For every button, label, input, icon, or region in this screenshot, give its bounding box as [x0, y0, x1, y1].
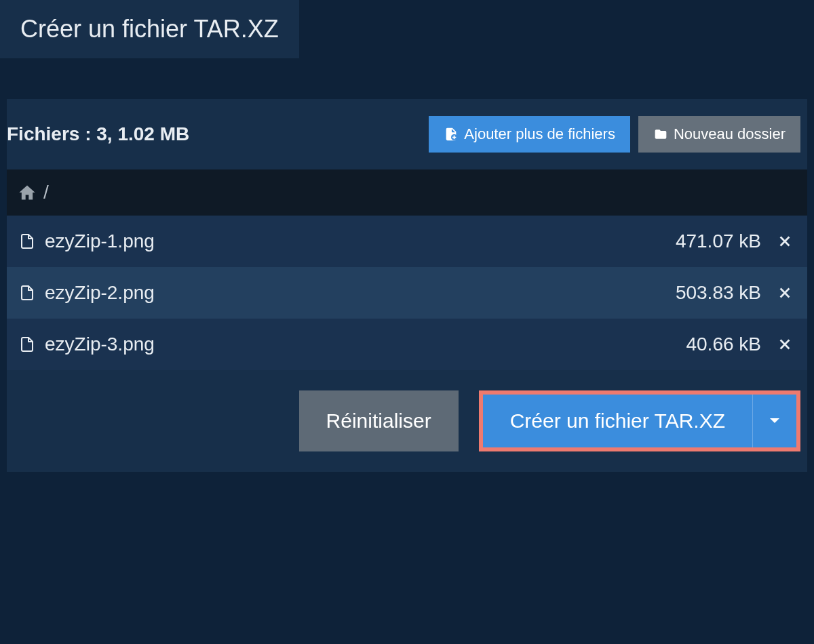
file-row: ezyZip-1.png 471.07 kB: [7, 216, 807, 267]
create-dropdown-toggle[interactable]: [752, 395, 796, 447]
caret-down-icon: [769, 418, 780, 424]
folder-icon: [653, 127, 668, 141]
header-buttons: Ajouter plus de fichiers Nouveau dossier: [429, 116, 800, 153]
file-size: 471.07 kB: [676, 230, 761, 252]
page-title: Créer un fichier TAR.XZ: [0, 0, 299, 58]
home-icon: [18, 183, 37, 202]
file-row: ezyZip-3.png 40.66 kB: [7, 319, 807, 370]
file-icon: [19, 283, 35, 302]
file-size: 503.83 kB: [676, 282, 761, 304]
close-icon: [777, 234, 792, 249]
file-icon: [19, 335, 35, 354]
add-more-label: Ajouter plus de fichiers: [464, 125, 615, 143]
remove-file-button[interactable]: [775, 283, 795, 303]
header-row: Fichiers : 3, 1.02 MB Ajouter plus de fi…: [7, 99, 807, 169]
files-label: Fichiers :: [7, 123, 91, 144]
close-icon: [777, 285, 792, 300]
file-icon: [19, 232, 35, 251]
remove-file-button[interactable]: [775, 334, 795, 355]
breadcrumb[interactable]: /: [7, 169, 807, 216]
file-name: ezyZip-1.png: [45, 230, 155, 252]
files-summary: 3, 1.02 MB: [96, 123, 189, 144]
reset-button[interactable]: Réinitialiser: [299, 390, 459, 451]
footer-row: Réinitialiser Créer un fichier TAR.XZ: [7, 370, 807, 458]
create-archive-button[interactable]: Créer un fichier TAR.XZ: [483, 395, 752, 447]
files-count: Fichiers : 3, 1.02 MB: [7, 123, 189, 145]
create-button-highlight: Créer un fichier TAR.XZ: [479, 390, 800, 451]
new-folder-button[interactable]: Nouveau dossier: [638, 116, 800, 153]
file-size: 40.66 kB: [686, 334, 761, 355]
breadcrumb-path: /: [43, 182, 49, 203]
file-name: ezyZip-3.png: [45, 334, 155, 355]
main-panel: Fichiers : 3, 1.02 MB Ajouter plus de fi…: [7, 99, 807, 472]
file-row: ezyZip-2.png 503.83 kB: [7, 267, 807, 319]
remove-file-button[interactable]: [775, 231, 795, 251]
file-plus-icon: [444, 127, 459, 142]
close-icon: [777, 337, 792, 352]
file-name: ezyZip-2.png: [45, 282, 155, 304]
add-more-files-button[interactable]: Ajouter plus de fichiers: [429, 116, 630, 153]
new-folder-label: Nouveau dossier: [674, 125, 786, 143]
file-list: ezyZip-1.png 471.07 kB ezyZip-2.png 503.…: [7, 216, 807, 370]
